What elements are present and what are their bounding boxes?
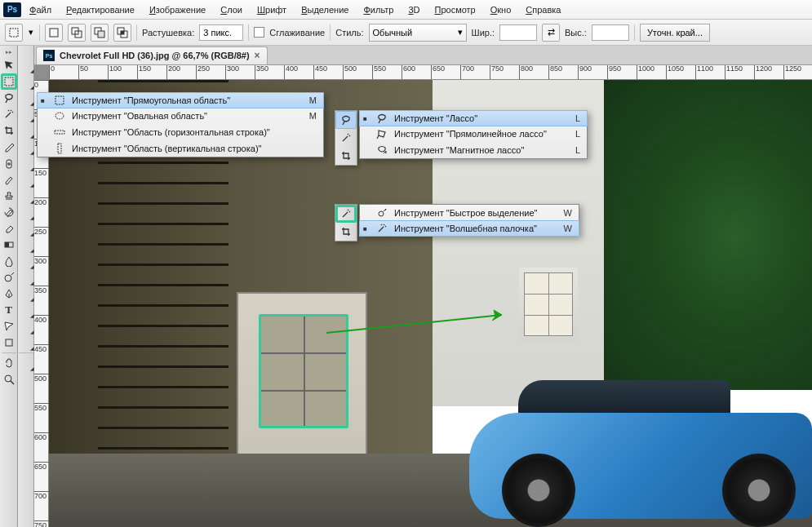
menu-filter[interactable]: Фильтр <box>357 3 400 16</box>
tool-tri19: ◢ <box>18 355 34 371</box>
car <box>469 380 812 527</box>
ruler-horizontal[interactable]: 0501001502002503003504004505005506006507… <box>49 65 812 80</box>
marquee-tool[interactable] <box>1 73 17 90</box>
toolbox-col2: ◢ ◢ ◢ ◢ ◢ ◢ ◢ ◢ ◢ ◢ ◢ ◢ ◢ ◢ ◢ ◢ ◢ ◢ ◢ <box>18 46 34 527</box>
refine-edge-button[interactable]: Уточн. край... <box>640 24 710 42</box>
svg-rect-22 <box>55 96 64 104</box>
selection-subtract-icon[interactable] <box>91 24 109 42</box>
menu-layers[interactable]: Слои <box>214 3 249 16</box>
pen-tool[interactable] <box>1 286 17 302</box>
flyout-item[interactable]: Инструмент "Овальная область"M <box>38 108 323 124</box>
selection-add-icon[interactable] <box>68 24 86 42</box>
tab-bar: Ps Chevrolet Full HD (36).jpg @ 66,7% (R… <box>34 46 812 65</box>
svg-rect-5 <box>98 31 104 38</box>
antialias-label: Сглаживание <box>269 28 325 38</box>
menu-window[interactable]: Окно <box>484 3 518 16</box>
blur-tool[interactable] <box>1 253 17 269</box>
wand-tool[interactable] <box>1 106 17 122</box>
flyout-item[interactable]: ■Инструмент "Прямоугольная область"M <box>37 92 324 108</box>
svg-rect-0 <box>10 29 18 37</box>
lasso-flyout: ■Инструмент "Лассо"LИнструмент "Прямолин… <box>359 110 588 159</box>
menu-edit[interactable]: Редактирование <box>60 3 141 16</box>
wand-mini-icon1[interactable] <box>335 129 357 147</box>
wand-mini-icon2[interactable] <box>335 205 357 223</box>
annotation-arrow <box>326 308 514 341</box>
style-select[interactable]: Обычный▾ <box>369 24 467 42</box>
tool-tri6: ◢ <box>18 139 34 155</box>
stamp-tool[interactable] <box>1 188 17 204</box>
antialias-checkbox[interactable] <box>254 27 264 38</box>
tool-tri4: ◢ <box>18 106 34 122</box>
close-tab-icon[interactable]: × <box>255 50 260 61</box>
height-input[interactable] <box>592 24 629 41</box>
tool-tri1: ◢ <box>18 57 34 73</box>
menu-3d[interactable]: 3D <box>402 3 426 16</box>
style-label: Стиль: <box>335 28 363 38</box>
crop-tool[interactable] <box>1 122 17 139</box>
tool-tri7: ◢ <box>18 155 34 171</box>
flyout-item[interactable]: Инструмент "Прямолинейное лассо"L <box>360 126 587 142</box>
crop-mini-icon1[interactable] <box>335 147 357 165</box>
history-brush-tool[interactable] <box>1 204 17 220</box>
wand-mini-toolbox <box>335 204 357 241</box>
toolbox-col1: ▸▸ T <box>0 46 18 527</box>
svg-rect-8 <box>121 31 124 34</box>
svg-rect-1 <box>50 29 58 37</box>
menu-view[interactable]: Просмотр <box>428 3 481 16</box>
flyout-item[interactable]: Инструмент "Область (горизонтальная стро… <box>38 124 323 140</box>
path-tool[interactable] <box>1 318 17 334</box>
tool-tri18: ◢ <box>18 334 34 351</box>
menu-help[interactable]: Справка <box>519 3 567 16</box>
document-tab[interactable]: Ps Chevrolet Full HD (36).jpg @ 66,7% (R… <box>36 46 268 64</box>
lasso-mini-icon[interactable] <box>335 111 357 129</box>
tool-tri16: ◢ <box>18 302 34 318</box>
tool-tri20 <box>18 371 34 388</box>
selection-new-icon[interactable] <box>45 24 63 42</box>
tool-preset-icon[interactable] <box>5 24 23 42</box>
flyout-item[interactable]: ■Инструмент "Лассо"L <box>359 110 588 126</box>
flyout-item[interactable]: Инструмент "Область (вертикальная строка… <box>38 140 323 157</box>
hand-tool[interactable] <box>1 355 17 371</box>
toolbox-grip[interactable]: ▸▸ <box>1 47 17 57</box>
menu-select[interactable]: Выделение <box>295 3 355 16</box>
shape-tool[interactable] <box>1 334 17 351</box>
heal-tool[interactable] <box>1 155 17 171</box>
tool-tri13: ◢ <box>18 253 34 269</box>
menu-image[interactable]: Изображение <box>143 3 212 16</box>
svg-rect-14 <box>5 242 9 247</box>
flyout-item[interactable]: ■Инструмент "Волшебная палочка"W <box>359 220 579 237</box>
type-tool[interactable]: T <box>1 302 17 318</box>
dodge-tool[interactable] <box>1 269 17 286</box>
svg-rect-9 <box>5 78 13 86</box>
crop-mini-icon2[interactable] <box>335 223 357 241</box>
tool-tri17: ◢ <box>18 318 34 334</box>
svg-line-20 <box>326 315 502 333</box>
app-logo: Ps <box>3 2 21 17</box>
svg-line-19 <box>11 381 14 384</box>
ps-doc-icon: Ps <box>43 50 55 61</box>
eraser-tool[interactable] <box>1 220 17 237</box>
tool-tri12: ◢ <box>18 237 34 253</box>
flyout-item[interactable]: Инструмент "Быстрое выделение"W <box>360 205 579 221</box>
swap-wh-icon[interactable]: ⇄ <box>542 24 560 42</box>
selection-intersect-icon[interactable] <box>113 24 131 42</box>
tool-tri11: ◢ <box>18 220 34 237</box>
zoom-tool[interactable] <box>1 371 17 388</box>
gradient-tool[interactable] <box>1 237 17 253</box>
tool-tri10: ◢ <box>18 204 34 220</box>
marquee-flyout: ■Инструмент "Прямоугольная область"MИнст… <box>37 92 324 157</box>
flyout-item[interactable]: Инструмент "Магнитное лассо"L <box>360 142 587 158</box>
tool-tri3: ◢ <box>18 90 34 106</box>
eyedropper-tool[interactable] <box>1 139 17 155</box>
tool-preset-dropdown[interactable]: ▾ <box>28 24 34 42</box>
lasso-tool[interactable] <box>1 90 17 106</box>
feather-input[interactable] <box>199 24 243 41</box>
width-input[interactable] <box>499 24 537 41</box>
menu-file[interactable]: Файл <box>23 3 58 16</box>
document-title: Chevrolet Full HD (36).jpg @ 66,7% (RGB/… <box>60 51 250 60</box>
width-label: Шир.: <box>472 28 495 38</box>
pasted-window <box>519 268 578 341</box>
menu-type[interactable]: Шрифт <box>251 3 293 16</box>
brush-tool[interactable] <box>1 171 17 188</box>
move-tool[interactable] <box>1 57 17 73</box>
